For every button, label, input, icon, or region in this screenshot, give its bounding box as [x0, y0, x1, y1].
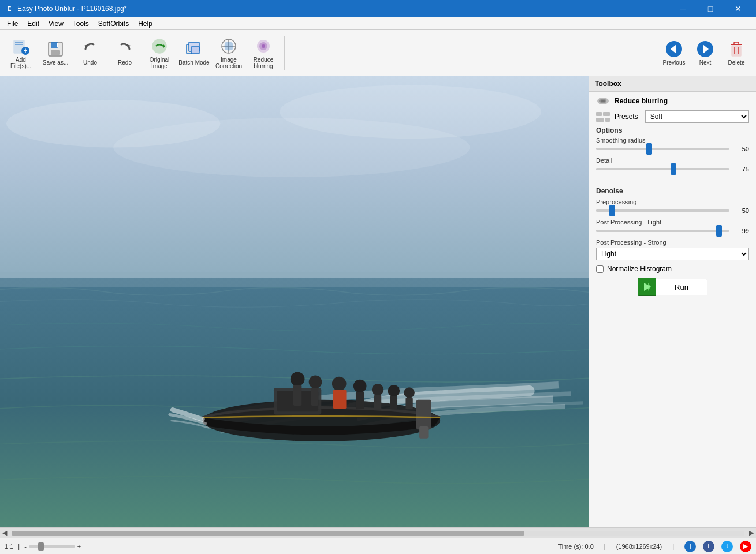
redo-label: Redo: [118, 59, 132, 66]
zoom-slider-track[interactable]: [29, 545, 75, 548]
toolbar-separator: [284, 36, 285, 70]
smoothing-radius-slider-container: 50: [596, 145, 749, 152]
batch-mode-button[interactable]: Batch Mode: [178, 33, 210, 73]
dimensions-display: (1968x1269x24): [616, 543, 662, 550]
menu-softorbits[interactable]: SoftOrbits: [94, 18, 133, 29]
zoom-slider-plus[interactable]: +: [77, 543, 81, 550]
presets-dropdown[interactable]: Soft Medium Strong Custom: [645, 110, 749, 123]
smoothing-radius-label: Smoothing radius: [596, 137, 749, 144]
scroll-area[interactable]: ◀ ▶: [0, 527, 756, 538]
normalize-histogram-row[interactable]: Normalize Histogram: [596, 265, 749, 273]
previous-button[interactable]: Previous: [659, 33, 689, 73]
svg-rect-42: [311, 388, 318, 406]
reduce-blurring-section-icon: [596, 96, 610, 106]
preprocessing-track[interactable]: [596, 209, 729, 212]
zoom-slider-thumb[interactable]: [38, 542, 44, 551]
menu-edit[interactable]: Edit: [23, 18, 44, 29]
redo-button[interactable]: Redo: [109, 33, 141, 73]
post-processing-light-track[interactable]: [596, 230, 729, 232]
facebook-icon-button[interactable]: f: [703, 541, 714, 552]
main-area: Toolbox Reduce blurring: [0, 76, 756, 527]
post-processing-strong-dropdown-row: Light Medium Strong Off: [596, 248, 749, 260]
title-bar-text: Easy Photo Unblur - P1160168.jpg*: [17, 5, 126, 13]
batch-mode-icon: [185, 40, 203, 58]
original-image-icon: [150, 37, 169, 55]
minimize-button[interactable]: ─: [669, 0, 696, 17]
svg-point-49: [388, 385, 400, 397]
svg-marker-64: [648, 283, 651, 291]
detail-row: Detail 75: [596, 157, 749, 173]
svg-rect-33: [0, 272, 589, 287]
redo-icon: [116, 40, 134, 58]
next-button[interactable]: Next: [690, 33, 720, 73]
delete-icon: [727, 40, 746, 58]
info-icon-button[interactable]: i: [684, 541, 696, 552]
image-correction-label: Image Correction: [213, 57, 244, 69]
post-processing-light-thumb[interactable]: [716, 225, 722, 237]
presets-icon: [596, 111, 610, 122]
detail-track[interactable]: [596, 168, 729, 170]
close-button[interactable]: ✕: [725, 0, 751, 17]
menu-help[interactable]: Help: [133, 18, 157, 29]
denoise-section: Denoise Preprocessing 50 Post Processing…: [589, 182, 756, 301]
add-files-icon: +: [12, 37, 30, 55]
svg-point-43: [332, 377, 347, 391]
run-button[interactable]: Run: [656, 279, 707, 295]
time-display: Time (s): 0.0: [558, 543, 593, 550]
menu-bar: File Edit View Tools SoftOrbits Help: [0, 17, 756, 30]
title-bar-controls[interactable]: ─ □ ✕: [669, 0, 751, 17]
post-processing-light-fill: [596, 230, 719, 232]
toolbox-panel: Toolbox Reduce blurring: [589, 76, 756, 527]
scroll-right-arrow[interactable]: ▶: [749, 529, 754, 537]
next-label: Next: [699, 59, 712, 66]
reduce-blurring-button[interactable]: Reduce blurring: [247, 33, 280, 73]
original-image-button[interactable]: Original Image: [143, 33, 176, 73]
svg-rect-60: [603, 112, 610, 116]
undo-icon: [81, 40, 99, 58]
post-processing-strong-row: Post Processing - Strong Light Medium St…: [596, 239, 749, 260]
image-correction-icon: [219, 37, 238, 55]
svg-point-55: [113, 118, 470, 177]
maximize-button[interactable]: □: [697, 0, 724, 17]
reduce-blurring-icon: [254, 37, 273, 55]
delete-button[interactable]: Delete: [721, 33, 751, 73]
menu-tools[interactable]: Tools: [68, 18, 94, 29]
detail-slider-container: 75: [596, 166, 749, 173]
horizontal-scrollbar[interactable]: [12, 531, 744, 536]
preprocessing-row: Preprocessing 50: [596, 199, 749, 214]
add-files-button[interactable]: + Add File(s)...: [5, 33, 37, 73]
smoothing-radius-track[interactable]: [596, 148, 729, 150]
zoom-slider-minus[interactable]: -: [24, 543, 27, 550]
preprocessing-label: Preprocessing: [596, 199, 749, 205]
normalize-histogram-checkbox[interactable]: [596, 265, 604, 273]
youtube-icon-button[interactable]: ▶: [740, 541, 751, 552]
preprocessing-value: 50: [733, 207, 749, 214]
twitter-icon-button[interactable]: t: [721, 541, 733, 552]
menu-file[interactable]: File: [2, 18, 23, 29]
svg-rect-61: [596, 118, 604, 122]
svg-rect-50: [390, 396, 397, 410]
smoothing-radius-fill: [596, 148, 649, 150]
save-as-button[interactable]: Save as...: [39, 33, 72, 73]
denoise-title: Denoise: [596, 187, 749, 195]
reduce-blurring-header: Reduce blurring: [596, 96, 749, 106]
scroll-left-arrow[interactable]: ◀: [2, 529, 7, 537]
svg-rect-26: [732, 46, 741, 56]
run-icon-button[interactable]: [638, 278, 656, 296]
smoothing-radius-thumb[interactable]: [646, 143, 652, 155]
menu-view[interactable]: View: [44, 18, 68, 29]
canvas-area[interactable]: [0, 76, 589, 527]
smoothing-radius-value: 50: [733, 145, 749, 152]
post-processing-light-slider-container: 99: [596, 227, 749, 234]
post-processing-strong-dropdown[interactable]: Light Medium Strong Off: [596, 248, 749, 260]
reduce-blurring-label: Reduce blurring: [248, 57, 279, 69]
undo-button[interactable]: Undo: [74, 33, 106, 73]
add-files-label: Add File(s)...: [5, 57, 36, 69]
image-correction-button[interactable]: Image Correction: [213, 33, 245, 73]
preprocessing-thumb[interactable]: [609, 205, 615, 216]
reduce-blurring-title: Reduce blurring: [615, 97, 668, 105]
detail-thumb[interactable]: [671, 163, 676, 175]
run-row: Run: [596, 278, 749, 296]
options-section: Options Smoothing radius 50 Detail: [596, 126, 749, 173]
post-processing-light-label: Post Processing - Light: [596, 219, 749, 226]
